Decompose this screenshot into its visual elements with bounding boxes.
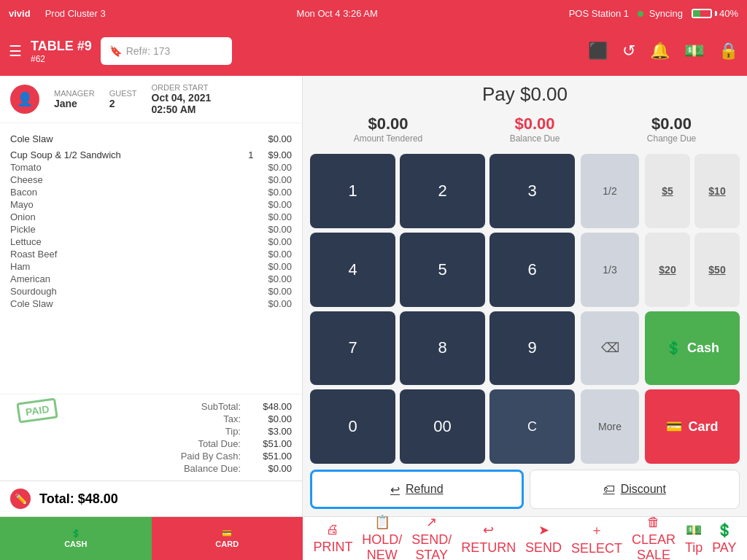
key-5-button[interactable]: 5 <box>400 233 485 307</box>
more-button[interactable]: More <box>581 389 639 464</box>
key-2-button[interactable]: 2 <box>400 154 485 228</box>
hold-new-button[interactable]: 📋 HOLD/NEW <box>362 514 402 560</box>
manager-label: MANAGER <box>54 89 95 98</box>
paid-by-cash-row: Paid By Cash: $51.00 <box>10 450 292 462</box>
key-9-button[interactable]: 9 <box>489 311 575 386</box>
key-3-button[interactable]: 3 <box>489 154 575 228</box>
ref-value: Ref#: 173 <box>126 45 171 57</box>
tip-button[interactable]: 💵 Tip <box>685 522 703 556</box>
item-name: Tomato <box>10 162 42 173</box>
bell-icon[interactable]: 🔔 <box>650 42 670 61</box>
cash-tab-button[interactable]: 💲 CASH <box>0 517 152 560</box>
manager-avatar: 👤 <box>10 85 39 114</box>
preset-cash-card: $5 $10 $20 $50 💲 Cash 💳 Card <box>645 154 740 464</box>
backspace-button[interactable]: ⌫ <box>581 311 639 386</box>
battery-indicator: 40% <box>692 8 738 19</box>
preset-10-button[interactable]: $10 <box>694 154 740 228</box>
manager-name: Jane <box>54 98 95 109</box>
total-due-row: Total Due: $51.00 <box>10 438 292 450</box>
select-icon: ＋ <box>590 521 603 539</box>
item-name: American <box>10 273 50 284</box>
hamburger-menu-button[interactable]: ☰ <box>9 42 22 60</box>
preset-20-button[interactable]: $20 <box>645 233 690 307</box>
action-row: ↩ Refund 🏷 Discount <box>310 470 740 509</box>
refresh-icon[interactable]: ↺ <box>622 42 635 61</box>
cash-icon[interactable]: 💵 <box>684 42 704 61</box>
item-qty: 1 <box>248 149 253 160</box>
refund-button[interactable]: ↩ Refund <box>310 470 524 509</box>
preset-50-button[interactable]: $50 <box>694 233 740 307</box>
discount-icon: 🏷 <box>603 483 615 496</box>
key-8-button[interactable]: 8 <box>400 311 485 386</box>
table-info: TABLE #9 #62 <box>31 39 92 64</box>
layers-icon[interactable]: ⬛ <box>588 42 608 61</box>
order-list-item: Cole Slaw$0.00 <box>10 298 292 310</box>
change-due-value: $0.00 <box>647 114 696 133</box>
change-due-block: $0.00 Change Due <box>647 114 696 144</box>
item-price: $0.00 <box>268 174 292 185</box>
pay-button[interactable]: 💲 PAY <box>712 522 736 556</box>
cash-payment-button[interactable]: 💲 Cash <box>645 311 740 386</box>
brand-logo: vivid <box>9 8 31 19</box>
order-items-list: Cole Slaw$0.00Cup Soup & 1/2 Sandwich1$9… <box>0 123 302 394</box>
subtotal-label: SubTotal: <box>201 401 241 412</box>
item-name: Cole Slaw <box>10 133 53 144</box>
bottom-bar: 💲 CASH 💳 CARD 🖨 PRINT 📋 HOLD/NEW ↗ SEND/… <box>0 516 747 560</box>
key-6-button[interactable]: 6 <box>489 233 575 307</box>
card-payment-button[interactable]: 💳 Card <box>645 389 740 464</box>
item-price: $0.00 <box>268 249 292 260</box>
order-start-date: Oct 04, 2021 <box>152 92 212 104</box>
tax-label: Tax: <box>223 413 241 424</box>
order-panel: 👤 MANAGER Jane GUEST 2 ORDER START Oct 0… <box>0 76 303 516</box>
tip-row: Tip: $3.00 <box>10 425 292 438</box>
item-price: $0.00 <box>268 261 292 272</box>
lock-icon[interactable]: 🔒 <box>719 42 738 61</box>
send-stay-button[interactable]: ↗ SEND/STAY <box>411 514 452 560</box>
tip-value: $3.00 <box>248 426 292 437</box>
key-7-button[interactable]: 7 <box>310 311 395 386</box>
station-name: POS Station 1 <box>569 8 629 19</box>
return-button[interactable]: ↩ RETURN <box>461 522 516 556</box>
order-totals: PAID SubTotal: $48.00 Tax: $0.00 Tip: $3… <box>0 394 302 481</box>
key-00-button[interactable]: 00 <box>400 389 485 464</box>
manager-info: MANAGER Jane <box>54 89 95 109</box>
clear-sale-button[interactable]: 🗑 CLEARSALE <box>632 515 676 561</box>
order-list-item: Bacon$0.00 <box>10 186 292 198</box>
card-tab-button[interactable]: 💳 CARD <box>152 517 303 560</box>
select-button[interactable]: ＋ SELECT <box>571 521 622 556</box>
third-button[interactable]: 1/3 <box>581 233 639 307</box>
key-clear-button[interactable]: C <box>489 389 575 464</box>
ref-input[interactable]: 🔖 Ref#: 173 <box>101 37 232 65</box>
key-4-button[interactable]: 4 <box>310 233 395 307</box>
print-button[interactable]: 🖨 PRINT <box>313 522 352 555</box>
preset-5-button[interactable]: $5 <box>645 154 690 228</box>
payment-panel: Pay $0.00 $0.00 Amount Tendered $0.00 Ba… <box>303 76 747 516</box>
key-1-button[interactable]: 1 <box>310 154 395 228</box>
order-info-bar: 👤 MANAGER Jane GUEST 2 ORDER START Oct 0… <box>0 76 302 123</box>
item-price: $0.00 <box>268 273 292 284</box>
order-list-item: Tomato$0.00 <box>10 161 292 174</box>
order-start-time: 02:50 AM <box>152 104 212 115</box>
item-name: Ham <box>10 261 30 272</box>
send-button[interactable]: ➤ SEND <box>525 522 562 556</box>
item-name: Roast Beef <box>10 249 57 260</box>
edit-button[interactable]: ✏️ <box>10 489 31 509</box>
guest-label: GUEST <box>109 89 137 98</box>
half-button[interactable]: 1/2 <box>581 154 639 228</box>
card-tab-icon: 💳 <box>222 529 232 538</box>
subtotal-value: $48.00 <box>248 401 292 412</box>
balance-due-label: Balance Due: <box>184 463 241 474</box>
item-price: $0.00 <box>268 236 292 247</box>
app-header: ☰ TABLE #9 #62 🔖 Ref#: 173 ⬛ ↺ 🔔 💵 🔒 <box>0 26 747 76</box>
item-name: Bacon <box>10 187 37 198</box>
order-start-label: ORDER START <box>152 83 212 92</box>
key-0-button[interactable]: 0 <box>310 389 395 464</box>
order-list-item: Sourdough$0.00 <box>10 285 292 298</box>
card-credit-icon: 💳 <box>666 419 682 435</box>
discount-button[interactable]: 🏷 Discount <box>530 470 740 509</box>
numpad-grid: 1 2 3 4 5 6 7 8 9 0 00 C <box>310 154 575 464</box>
print-icon: 🖨 <box>326 522 339 537</box>
numpad-area: 1 2 3 4 5 6 7 8 9 0 00 C 1/2 1/3 ⌫ More <box>310 154 740 464</box>
order-list-item: Cup Soup & 1/2 Sandwich1$9.00 <box>10 145 292 161</box>
item-price: $9.00 <box>268 149 292 160</box>
